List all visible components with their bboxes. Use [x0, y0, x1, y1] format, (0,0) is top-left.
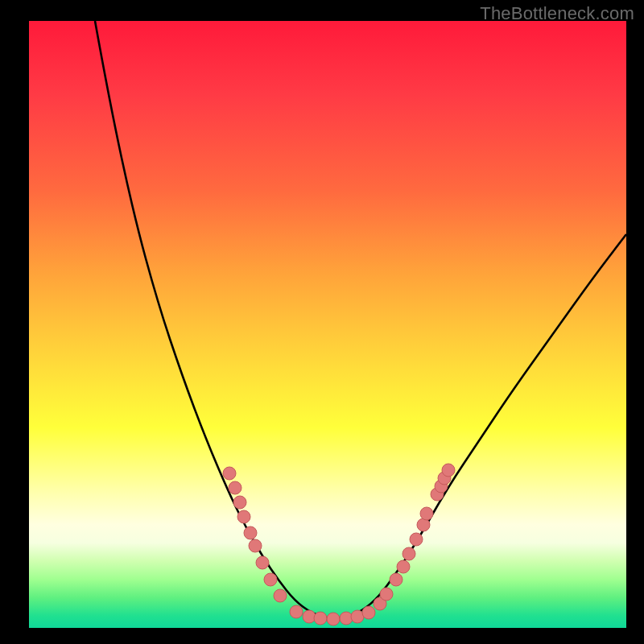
watermark-text: TheBottleneck.com	[480, 3, 634, 24]
curve-dot	[274, 589, 287, 602]
curve-dot	[397, 560, 410, 573]
curve-dot	[380, 588, 393, 601]
curve-dot	[390, 573, 402, 586]
curve-dot	[442, 464, 455, 477]
curve-dot	[229, 481, 242, 494]
bottleneck-curve-svg	[29, 21, 626, 628]
curve-dot	[237, 510, 250, 523]
curve-dot	[340, 612, 353, 625]
curve-dot	[417, 518, 430, 531]
curve-dot	[362, 606, 375, 619]
curve-dot	[244, 526, 257, 539]
curve-dot	[223, 467, 236, 480]
chart-frame: TheBottleneck.com	[0, 0, 644, 644]
plot-area	[29, 21, 626, 628]
curve-dot	[420, 507, 433, 520]
curve-dot	[256, 556, 269, 569]
curve-dot	[303, 610, 316, 623]
curve-dot	[264, 573, 277, 586]
curve-dots	[223, 464, 455, 625]
curve-dot	[327, 613, 340, 625]
curve-dot	[290, 605, 303, 618]
curve-dot	[410, 533, 423, 546]
curve-dot	[402, 547, 415, 560]
curve-dot	[233, 496, 246, 509]
curve-dot	[249, 539, 262, 552]
bottleneck-curve	[95, 21, 626, 618]
curve-dot	[314, 612, 327, 625]
